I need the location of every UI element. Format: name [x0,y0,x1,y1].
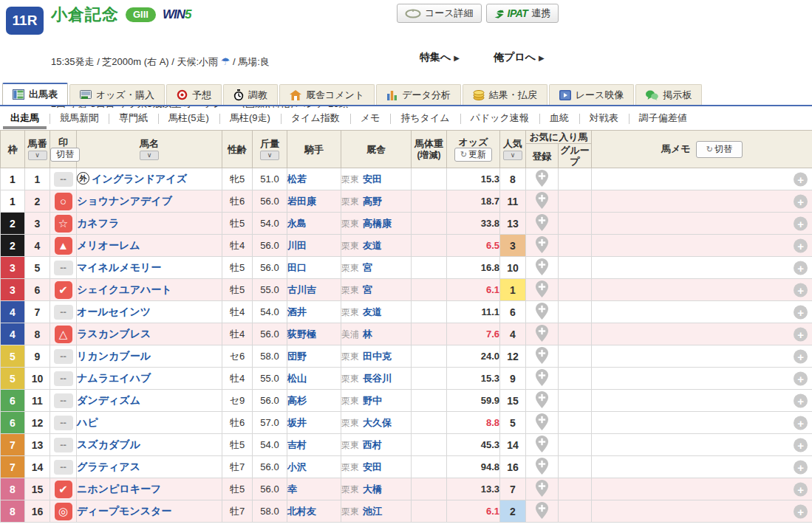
tab-odds[interactable]: オッズ・購入 [69,84,165,105]
horse-name-link[interactable]: シェイクユアハート [77,283,172,295]
favorite-pin-icon[interactable] [536,214,548,231]
subtab-paddock[interactable]: パドック速報 [460,108,539,129]
favorite-pin-icon[interactable] [536,170,548,187]
mark-box[interactable]: -- [54,172,73,187]
jockey-link[interactable]: 小沢 [287,461,307,472]
jockey-link[interactable]: 松若 [287,173,307,185]
mark-box[interactable]: ○ [55,193,72,210]
subtab-shussoba[interactable]: 出走馬 [0,108,50,129]
tab-kyusha[interactable]: 厩舎コメント [279,84,375,105]
header-link-tokushu[interactable]: 特集へ▶ [420,51,460,64]
trainer-link[interactable]: 安田 [363,173,382,185]
memo-add-button[interactable]: + [794,283,808,297]
memo-add-button[interactable]: + [794,327,808,341]
favorite-pin-icon[interactable] [536,281,548,297]
memo-add-button[interactable]: + [794,305,808,319]
horse-name-link[interactable]: ディープモンスター [77,505,171,517]
favorite-pin-icon[interactable] [536,369,548,386]
trainer-link[interactable]: 長谷川 [363,373,392,384]
mark-box[interactable]: -- [54,349,73,364]
trainer-link[interactable]: 林 [363,328,372,340]
mark-box[interactable]: -- [54,393,73,408]
horse-name-link[interactable]: ハピ [77,416,98,428]
horse-name-link[interactable]: ナムラエイハブ [77,372,151,384]
memo-toggle-button[interactable]: ↻切替 [696,141,743,158]
mark-toggle-button[interactable]: 切替 [50,148,80,162]
subtab-senmonshi[interactable]: 専門紙 [109,108,158,129]
jockey-link[interactable]: 岩田康 [287,196,316,207]
mark-box[interactable]: -- [54,261,73,275]
ipat-link-button[interactable]: IPAT 連携 [486,4,559,23]
mark-box[interactable]: △ [55,326,72,343]
trainer-link[interactable]: 宮 [363,284,372,295]
subtab-umabashira9[interactable]: 馬柱(9走) [219,108,281,129]
subtab-shinbun[interactable]: 競馬新聞 [50,108,109,129]
jockey-link[interactable]: 古川吉 [287,284,316,295]
memo-add-button[interactable]: + [794,216,808,230]
favorite-pin-icon[interactable] [536,347,548,364]
memo-add-button[interactable]: + [794,349,808,363]
sort-number-button[interactable]: ∨ [28,151,47,160]
favorite-pin-icon[interactable] [536,458,548,475]
trainer-link[interactable]: 西村 [363,439,382,450]
jockey-link[interactable]: 永島 [287,218,307,229]
horse-name-link[interactable]: マイネルメモリー [77,261,161,273]
mark-box[interactable]: ▲ [55,237,72,255]
favorite-pin-icon[interactable] [536,192,548,209]
jockey-link[interactable]: 幸 [287,483,297,495]
jockey-link[interactable]: 坂井 [287,417,307,428]
jockey-link[interactable]: 北村友 [287,506,316,517]
mark-box[interactable]: -- [54,305,73,320]
memo-add-button[interactable]: + [794,194,808,208]
horse-name-link[interactable]: ラスカンブレス [77,328,151,340]
trainer-link[interactable]: 友道 [363,306,382,317]
favorite-pin-icon[interactable] [536,436,548,452]
trainer-link[interactable]: 池江 [363,506,382,517]
horse-name-link[interactable]: メリオーレム [77,239,140,251]
mark-box[interactable]: ◎ [55,503,72,520]
jockey-link[interactable]: 田口 [287,262,307,273]
trainer-link[interactable]: 大橋 [363,483,382,495]
tab-yoso[interactable]: 予想 [166,84,222,105]
favorite-pin-icon[interactable] [536,236,548,253]
favorite-pin-icon[interactable] [536,413,548,430]
jockey-link[interactable]: 高杉 [287,395,307,406]
mark-box[interactable]: -- [54,460,73,475]
sort-weight-button[interactable]: ∨ [260,151,279,160]
horse-name-link[interactable]: ショウナンアデイブ [77,195,172,207]
subtab-time-index[interactable]: タイム指数 [281,108,350,129]
memo-add-button[interactable]: + [794,371,808,385]
jockey-link[interactable]: 吉村 [287,439,307,450]
memo-add-button[interactable]: + [794,261,808,275]
horse-name-link[interactable]: ニホンピロキーフ [77,483,161,495]
horse-name-link[interactable]: オールセインツ [77,306,151,317]
trainer-link[interactable]: 高野 [363,196,382,207]
memo-add-button[interactable]: + [794,504,808,518]
tab-shutsuba[interactable]: 出馬表 [2,83,68,105]
favorite-pin-icon[interactable] [536,502,548,519]
header-link-orepro[interactable]: 俺プロへ▶ [494,51,545,64]
trainer-link[interactable]: 安田 [363,461,382,472]
subtab-taisen[interactable]: 対戦表 [579,108,629,129]
trainer-link[interactable]: 友道 [363,240,382,251]
trainer-link[interactable]: 高橋康 [363,218,392,229]
trainer-link[interactable]: 大久保 [363,417,392,428]
mark-box[interactable]: -- [54,438,73,452]
horse-name-link[interactable]: 外イングランドアイズ [77,173,187,185]
horse-name-link[interactable]: リカンカブール [77,350,151,362]
subtab-umabashira5[interactable]: 馬柱(5走) [158,108,219,129]
mark-box[interactable]: -- [54,371,73,386]
memo-add-button[interactable]: + [794,238,808,252]
tab-data[interactable]: データ分析 [376,84,461,105]
subtab-choshi[interactable]: 調子偏差値 [629,108,697,129]
sort-name-button[interactable]: ∨ [140,151,159,160]
favorite-pin-icon[interactable] [536,480,548,497]
trainer-link[interactable]: 野中 [363,395,382,406]
odds-refresh-button[interactable]: ↻更新 [454,148,492,162]
sort-popularity-button[interactable]: ∨ [503,151,522,160]
subtab-memo[interactable]: メモ [350,108,391,129]
memo-add-button[interactable]: + [794,416,808,430]
mark-box[interactable]: ✔ [55,481,72,498]
memo-add-button[interactable]: + [794,460,808,474]
favorite-pin-icon[interactable] [536,258,548,275]
